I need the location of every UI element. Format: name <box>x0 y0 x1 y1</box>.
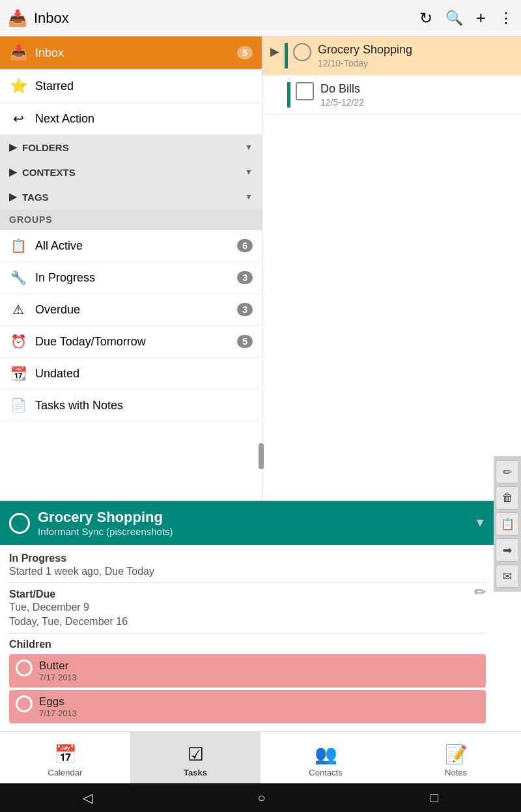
starred-icon: ⭐ <box>9 78 27 94</box>
detail-due-date: Today, Tue, December 16 <box>9 616 486 628</box>
due-today-icon: ⏰ <box>9 334 27 349</box>
notes-nav-label: Notes <box>445 768 467 777</box>
task-item-grocery[interactable]: ▶ Grocery Shopping 12/10-Today <box>262 36 521 76</box>
overdue-label: Overdue <box>35 303 237 317</box>
in-progress-badge: 3 <box>237 271 253 284</box>
next-action-icon: ↩ <box>9 111 27 126</box>
in-progress-icon: 🔧 <box>9 270 27 285</box>
contacts-nav-label: Contacts <box>309 768 342 777</box>
bottom-nav: 📅 Calendar ☑ Tasks 👥 Contacts 📝 Notes <box>0 731 521 783</box>
inbox-nav-icon: 📥 <box>9 44 27 61</box>
inbox-badge: 5 <box>237 46 253 59</box>
tags-section[interactable]: ▶ TAGS ▼ <box>0 184 262 209</box>
groups-header: GROUPS <box>0 209 262 230</box>
calendar-nav-icon: 📅 <box>54 744 77 765</box>
home-button[interactable]: ○ <box>257 790 265 805</box>
detail-header: Grocery Shopping Informant Sync (piscree… <box>0 501 495 545</box>
task-title-bills: Do Bills <box>320 82 364 96</box>
action-email-btn[interactable]: ✉ <box>496 564 519 588</box>
child-circle-eggs[interactable] <box>16 695 33 712</box>
nav-calendar[interactable]: 📅 Calendar <box>0 732 130 783</box>
task-info-grocery: Grocery Shopping 12/10-Today <box>318 43 412 68</box>
sidebar-next-action-label: Next Action <box>35 112 253 126</box>
task-checkbox-grocery[interactable] <box>293 43 311 61</box>
action-copy-btn[interactable]: 📋 <box>496 512 519 536</box>
nav-contacts[interactable]: 👥 Contacts <box>260 732 391 783</box>
edit-icon[interactable]: ✏ <box>474 584 486 601</box>
undated-icon: 📆 <box>9 366 27 381</box>
tags-chevron: ▼ <box>245 192 253 201</box>
task-date-grocery: 12/10-Today <box>318 58 412 68</box>
task-item-bills[interactable]: Do Bills 12/5-12/22 <box>262 76 521 115</box>
detail-start-date: Tue, December 9 <box>9 602 486 613</box>
notes-nav-icon: 📝 <box>445 744 468 765</box>
header-actions: ↻ 🔍 + ⋮ <box>419 8 513 28</box>
task-arrow-icon: ▶ <box>270 44 279 59</box>
overdue-badge: 3 <box>237 303 253 316</box>
task-info-bills: Do Bills 12/5-12/22 <box>320 82 364 108</box>
sidebar-item-tasks-with-notes[interactable]: 📄 Tasks with Notes <box>0 390 262 422</box>
all-active-icon: 📋 <box>9 238 27 254</box>
task-color-bar-bills <box>287 82 290 108</box>
due-today-label: Due Today/Tomorrow <box>35 335 237 349</box>
child-item-eggs[interactable]: Eggs 7/17 2013 <box>9 690 486 723</box>
overdue-icon: ⚠ <box>9 302 27 317</box>
back-button[interactable]: ◁ <box>83 790 92 805</box>
search-button[interactable]: 🔍 <box>445 10 463 27</box>
child-circle-butter[interactable] <box>16 660 33 676</box>
tags-label: TAGS <box>22 192 245 203</box>
contexts-expand-icon: ▶ <box>9 166 17 178</box>
nav-tasks[interactable]: ☑ Tasks <box>130 732 260 783</box>
folders-section[interactable]: ▶ FOLDERS ▼ <box>0 135 262 160</box>
detail-task-circle[interactable] <box>9 513 30 534</box>
all-active-badge: 6 <box>237 239 253 252</box>
sidebar-item-inbox[interactable]: 📥 Inbox 5 <box>0 36 262 70</box>
title-text: Inbox <box>34 10 69 27</box>
contexts-section[interactable]: ▶ CONTEXTS ▼ <box>0 160 262 184</box>
detail-divider-2 <box>9 633 486 633</box>
all-active-label: All Active <box>35 239 237 253</box>
tasks-notes-label: Tasks with Notes <box>35 399 253 413</box>
action-edit-btn[interactable]: ✏ <box>496 460 519 484</box>
add-button[interactable]: + <box>476 8 486 28</box>
inbox-icon: 📥 <box>8 9 27 27</box>
task-color-bar <box>285 43 288 68</box>
task-date-bills: 12/5-12/22 <box>320 97 364 108</box>
detail-start-due-label: Start/Due <box>9 588 486 600</box>
detail-expand-icon[interactable]: ▼ <box>474 516 486 530</box>
contexts-label: CONTEXTS <box>22 167 245 178</box>
sidebar-inbox-label: Inbox <box>35 46 237 60</box>
right-action-bar: ✏ 🗑 📋 ➡ ✉ <box>494 456 521 592</box>
contacts-nav-icon: 👥 <box>315 744 337 765</box>
detail-body: In Progress Started 1 week ago, Due Toda… <box>0 545 495 734</box>
children-header: Children <box>9 639 486 650</box>
android-nav: ◁ ○ □ <box>0 783 521 812</box>
sidebar-item-due-today[interactable]: ⏰ Due Today/Tomorrow 5 <box>0 326 262 358</box>
tasks-nav-label: Tasks <box>184 768 207 777</box>
detail-status: In Progress <box>9 553 486 564</box>
child-name-eggs: Eggs <box>39 695 77 708</box>
more-button[interactable]: ⋮ <box>499 10 513 27</box>
detail-status-sub: Started 1 week ago, Due Today <box>9 566 486 577</box>
sidebar-item-undated[interactable]: 📆 Undated <box>0 358 262 390</box>
child-item-butter[interactable]: Butter 7/17 2013 <box>9 654 486 688</box>
contexts-chevron: ▼ <box>245 167 253 177</box>
task-checkbox-bills[interactable] <box>296 82 314 100</box>
sidebar-item-next-action[interactable]: ↩ Next Action <box>0 103 262 135</box>
app-title: 📥 Inbox <box>8 9 419 27</box>
detail-task-name: Grocery Shopping <box>38 509 466 526</box>
sidebar-item-overdue[interactable]: ⚠ Overdue 3 <box>0 294 262 326</box>
recent-button[interactable]: □ <box>430 790 438 805</box>
sidebar-item-starred[interactable]: ⭐ Starred <box>0 70 262 103</box>
folders-label: FOLDERS <box>22 142 245 153</box>
sidebar-item-in-progress[interactable]: 🔧 In Progress 3 <box>0 262 262 294</box>
nav-notes[interactable]: 📝 Notes <box>391 732 521 783</box>
sidebar-item-all-active[interactable]: 📋 All Active 6 <box>0 230 262 262</box>
undated-label: Undated <box>35 367 253 381</box>
detail-divider-1 <box>9 583 486 583</box>
top-bar: 📥 Inbox ↻ 🔍 + ⋮ <box>0 0 521 36</box>
child-date-butter: 7/17 2013 <box>39 673 77 682</box>
refresh-button[interactable]: ↻ <box>419 9 432 27</box>
action-delete-btn[interactable]: 🗑 <box>496 486 519 510</box>
action-move-btn[interactable]: ➡ <box>496 538 519 562</box>
